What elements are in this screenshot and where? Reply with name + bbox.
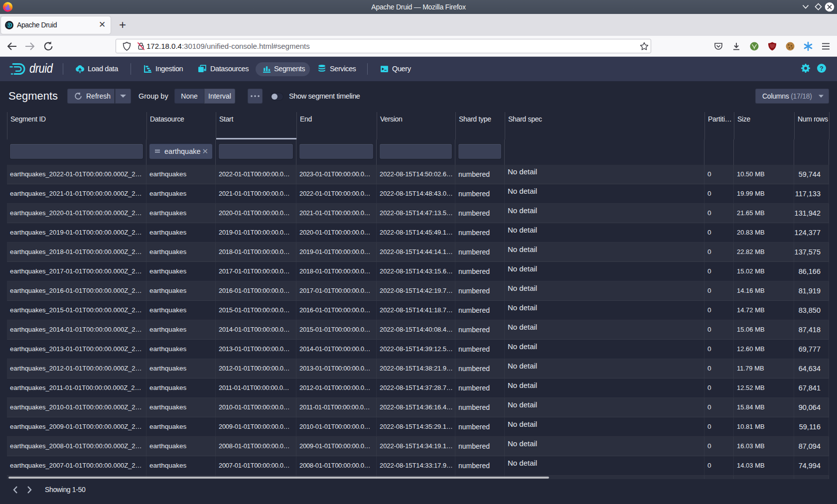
svg-text:?: ? <box>820 65 824 72</box>
